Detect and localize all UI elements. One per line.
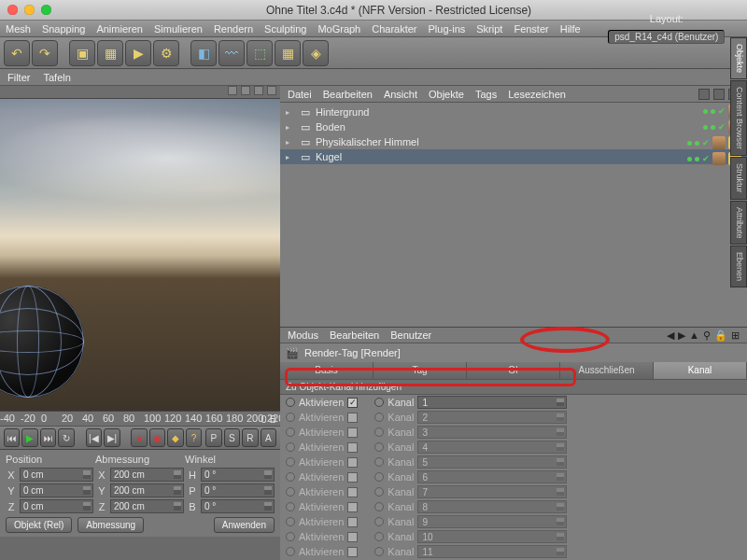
minimize-traffic-light[interactable]	[24, 5, 35, 15]
om-menu-objekte[interactable]: Objekte	[429, 89, 464, 100]
rotation-field[interactable]: 0 °	[201, 468, 275, 482]
visibility-editor-dot[interactable]	[703, 125, 708, 130]
activate-checkbox[interactable]	[347, 427, 358, 438]
activate-radio-icon[interactable]	[286, 532, 295, 541]
menu-simulieren[interactable]: Simulieren	[154, 23, 203, 35]
key-pos-button[interactable]: P	[205, 428, 221, 447]
side-tab-attribute[interactable]: Attribute	[730, 201, 747, 245]
submenu-tafeln[interactable]: Tafeln	[43, 72, 70, 83]
visibility-render-dot[interactable]	[711, 109, 715, 114]
activate-radio-icon[interactable]	[286, 413, 295, 422]
am-forward-icon[interactable]: ▶	[678, 329, 685, 342]
side-tab-ebenen[interactable]: Ebenen	[730, 245, 747, 287]
render-region-button[interactable]: ▦	[97, 40, 123, 66]
menu-snapping[interactable]: Snapping	[42, 23, 86, 35]
visibility-editor-dot[interactable]	[687, 157, 692, 161]
coord-apply-button[interactable]: Anwenden	[214, 517, 275, 533]
channel-radio-icon[interactable]	[374, 472, 384, 482]
channel-radio-icon[interactable]	[374, 442, 384, 452]
activate-checkbox[interactable]	[347, 517, 358, 527]
coord-size-mode-button[interactable]: Abmessung	[78, 517, 144, 533]
channel-value-field[interactable]: 1	[417, 396, 567, 409]
key-options-button[interactable]: ?	[186, 428, 202, 447]
om-search-icon[interactable]	[698, 89, 710, 100]
visibility-render-dot[interactable]	[711, 125, 715, 130]
key-rot-button[interactable]: R	[242, 428, 258, 447]
key-param-button[interactable]: A	[261, 428, 276, 447]
submenu-filter[interactable]: Filter	[7, 72, 30, 83]
play-button[interactable]: ▶	[21, 428, 37, 447]
autokey-button[interactable]: ◉	[149, 428, 165, 447]
activate-radio-icon[interactable]	[286, 517, 295, 526]
object-row[interactable]: ▸ ▭ Kugel	[280, 149, 747, 164]
activate-checkbox[interactable]: ✓	[347, 398, 358, 408]
viewport-mini-icon[interactable]	[267, 86, 276, 95]
zoom-traffic-light[interactable]	[41, 5, 51, 15]
tag-icon[interactable]	[712, 136, 726, 149]
size-field[interactable]: 200 cm	[110, 483, 184, 497]
om-menu-ansicht[interactable]: Ansicht	[384, 89, 417, 100]
side-tab-content-browser[interactable]: Content Browser	[730, 80, 747, 156]
am-search-icon[interactable]: ⚲	[703, 329, 711, 342]
activate-checkbox[interactable]	[347, 502, 358, 512]
om-menu-bearbeiten[interactable]: Bearbeiten	[323, 89, 373, 100]
menu-plug-ins[interactable]: Plug-ins	[429, 23, 466, 35]
channel-radio-icon[interactable]	[374, 547, 384, 556]
rotation-field[interactable]: 0 °	[201, 483, 275, 497]
attribute-tab-basis[interactable]: Basis	[280, 362, 374, 379]
array-button[interactable]: ▦	[275, 40, 301, 66]
layer-check-icon[interactable]: ✔	[702, 154, 710, 163]
channel-radio-icon[interactable]	[374, 487, 384, 497]
menu-animieren[interactable]: Animieren	[96, 23, 143, 35]
menu-hilfe[interactable]: Hilfe	[560, 23, 581, 35]
timeline-ruler[interactable]: 0 B -40-20020406080100120140160180200220	[0, 411, 280, 426]
am-menu-bearbeiten[interactable]: Bearbeiten	[330, 329, 379, 341]
loop-button[interactable]: ↻	[58, 428, 74, 447]
keyframe-button[interactable]: ◆	[167, 428, 183, 447]
rotation-field[interactable]: 0 °	[201, 499, 275, 513]
am-menu-benutzer[interactable]: Benutzer	[390, 329, 431, 341]
layout-selector[interactable]: psd_R14_c4d (Benutzer)	[608, 30, 725, 44]
object-row[interactable]: ▸ ▭ Hintergrund	[280, 105, 747, 119]
goto-start-button[interactable]: ⏮	[4, 428, 20, 447]
activate-checkbox[interactable]	[347, 547, 358, 557]
channel-radio-icon[interactable]	[374, 427, 384, 437]
render-settings-button[interactable]: ⚙	[153, 40, 179, 66]
size-field[interactable]: 200 cm	[110, 468, 184, 482]
am-new-icon[interactable]: ⊞	[731, 329, 740, 342]
key-scale-button[interactable]: S	[224, 428, 240, 447]
channel-radio-icon[interactable]	[374, 413, 384, 422]
attribute-tab-ausschließen[interactable]: Ausschließen	[560, 362, 654, 379]
disclosure-icon[interactable]: ▸	[286, 153, 295, 161]
am-menu-modus[interactable]: Modus	[288, 329, 318, 341]
disclosure-icon[interactable]: ▸	[286, 108, 295, 117]
activate-radio-icon[interactable]	[286, 472, 295, 482]
object-manager[interactable]: ▸ ▭ Hintergrund ✔ ▸ ▭ Boden ✔ ▸ ▭ Physik…	[280, 103, 747, 327]
activate-checkbox[interactable]	[347, 532, 358, 542]
channel-radio-icon[interactable]	[374, 502, 384, 511]
deformer-button[interactable]: ◈	[303, 40, 329, 66]
menu-skript[interactable]: Skript	[476, 23, 502, 35]
activate-checkbox[interactable]	[347, 442, 358, 453]
channel-radio-icon[interactable]	[374, 532, 384, 541]
activate-radio-icon[interactable]	[286, 398, 295, 407]
activate-checkbox[interactable]	[347, 457, 358, 468]
visibility-editor-dot[interactable]	[687, 141, 692, 146]
perspective-viewport[interactable]: 0 B -40-20020406080100120140160180200220	[0, 99, 280, 426]
activate-radio-icon[interactable]	[286, 457, 295, 467]
viewport-mini-icon[interactable]	[241, 86, 250, 95]
menu-rendern[interactable]: Rendern	[214, 23, 253, 35]
attribute-tab-tag[interactable]: Tag	[374, 362, 467, 379]
activate-radio-icon[interactable]	[286, 547, 295, 556]
menu-sculpting[interactable]: Sculpting	[264, 23, 306, 35]
side-tab-struktur[interactable]: Struktur	[730, 157, 747, 200]
disclosure-icon[interactable]: ▸	[286, 138, 295, 147]
activate-radio-icon[interactable]	[286, 427, 295, 437]
activate-checkbox[interactable]	[347, 487, 358, 497]
menu-fenster[interactable]: Fenster	[514, 23, 548, 35]
channel-radio-icon[interactable]	[374, 517, 384, 526]
activate-checkbox[interactable]	[347, 413, 358, 423]
nurbs-button[interactable]: ⬚	[247, 40, 273, 66]
viewport-mini-icon[interactable]	[254, 86, 263, 95]
next-key-button[interactable]: ▶|	[104, 428, 120, 447]
